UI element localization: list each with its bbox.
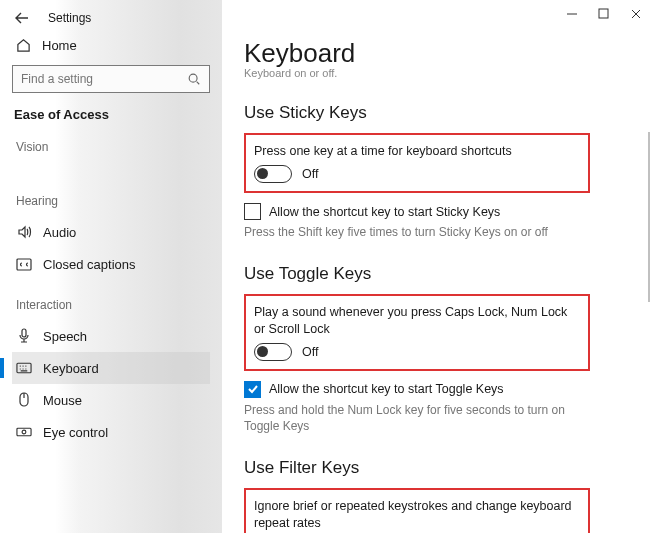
eye-icon [16,424,32,440]
settings-title: Settings [48,11,91,25]
sidebar: Settings Home Ease of Access Vision Hear… [0,0,222,533]
toggle-highlight: Play a sound whenever you press Caps Loc… [244,294,590,371]
toggle-shortcut-label: Allow the shortcut key to start Toggle K… [269,382,504,396]
search-field[interactable] [21,72,187,86]
filter-heading: Use Filter Keys [244,458,650,478]
sticky-help: Press the Shift key five times to turn S… [244,224,584,240]
content-area: Keyboard Keyboard on or off. Use Sticky … [222,0,650,533]
speech-label: Speech [43,329,87,344]
sidebar-item-speech[interactable]: Speech [12,320,210,352]
toggle-heading: Use Toggle Keys [244,264,650,284]
category-title: Ease of Access [14,107,210,122]
cc-label: Closed captions [43,257,136,272]
group-interaction: Interaction [16,298,210,312]
filter-highlight: Ignore brief or repeated keystrokes and … [244,488,590,533]
home-label: Home [42,38,77,53]
toggle-help: Press and hold the Num Lock key for five… [244,402,584,434]
home-link[interactable]: Home [16,38,210,53]
page-subtitle: Keyboard on or off. [244,67,650,79]
keyboard-label: Keyboard [43,361,99,376]
toggle-shortcut-checkbox[interactable] [244,381,261,398]
filter-label: Ignore brief or repeated keystrokes and … [254,498,578,531]
sidebar-item-keyboard[interactable]: Keyboard [12,352,210,384]
svg-rect-2 [22,329,26,337]
cc-icon [16,256,32,272]
section-sticky-keys: Use Sticky Keys Press one key at a time … [244,103,650,240]
toggle-label: Play a sound whenever you press Caps Loc… [254,304,578,337]
toggle-state: Off [302,345,318,359]
sticky-toggle[interactable] [254,165,292,183]
svg-point-6 [22,430,26,434]
sticky-shortcut-label: Allow the shortcut key to start Sticky K… [269,205,500,219]
page-title: Keyboard [244,38,650,69]
group-hearing: Hearing [16,194,210,208]
sidebar-item-cc[interactable]: Closed captions [12,248,210,280]
back-icon[interactable] [14,10,30,26]
keyboard-icon [16,360,32,376]
sticky-highlight: Press one key at a time for keyboard sho… [244,133,590,193]
svg-rect-7 [599,9,608,18]
search-icon [187,72,201,86]
sidebar-item-audio[interactable]: Audio [12,216,210,248]
group-vision: Vision [16,140,210,154]
mouse-label: Mouse [43,393,82,408]
minimize-button[interactable] [566,8,580,20]
svg-rect-1 [17,259,31,270]
maximize-button[interactable] [598,8,612,20]
sticky-label: Press one key at a time for keyboard sho… [254,143,578,159]
sticky-heading: Use Sticky Keys [244,103,650,123]
mouse-icon [16,392,32,408]
search-input[interactable] [12,65,210,93]
svg-rect-5 [17,428,31,436]
close-button[interactable] [630,8,644,20]
mic-icon [16,328,32,344]
home-icon [16,38,31,53]
sidebar-item-mouse[interactable]: Mouse [12,384,210,416]
sidebar-item-eye[interactable]: Eye control [12,416,210,448]
section-filter-keys: Use Filter Keys Ignore brief or repeated… [244,458,650,533]
audio-icon [16,224,32,240]
section-toggle-keys: Use Toggle Keys Play a sound whenever yo… [244,264,650,434]
audio-label: Audio [43,225,76,240]
window-controls [566,8,644,20]
svg-point-0 [189,74,197,82]
sticky-state: Off [302,167,318,181]
eye-label: Eye control [43,425,108,440]
toggle-keys-toggle[interactable] [254,343,292,361]
sticky-shortcut-checkbox[interactable] [244,203,261,220]
